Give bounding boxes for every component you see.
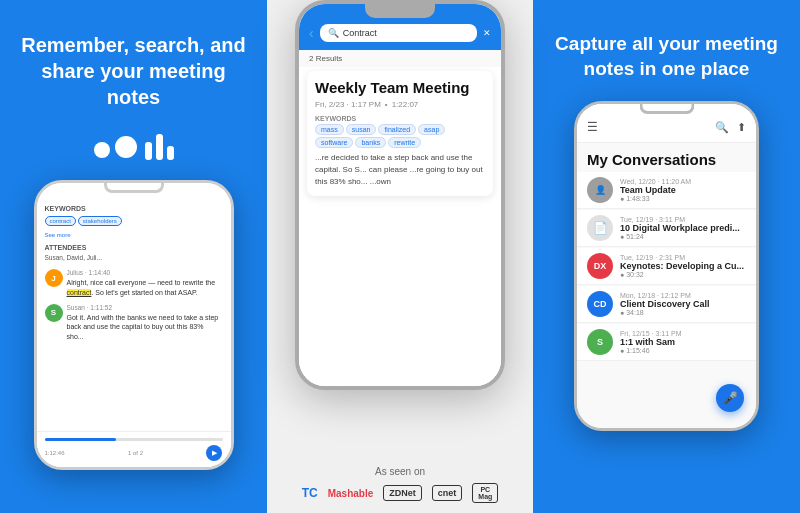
otter-logo [94, 134, 174, 160]
chat-susan: S Susan · 1:11:52 Got it. And with the b… [45, 304, 223, 342]
conv-info-keynotes: Tue, 12/19 · 2:31 PM Keynotes: Developin… [620, 254, 746, 278]
avatar-digital: 📄 [587, 215, 613, 241]
susan-name-time: Susan · 1:11:52 [67, 304, 223, 311]
tag-contract: contract [45, 216, 76, 226]
play-button[interactable]: ▶ [206, 445, 222, 461]
conv-name-3: Keynotes: Developing a Cu... [620, 261, 746, 271]
kw-rewrite: rewrite [388, 137, 421, 148]
kw-software: software [315, 137, 353, 148]
right-phone-mockup: ☰ 🔍 ⬆ My Conversations 👤 Wed, 12/20 · 11… [574, 101, 759, 431]
meeting-meta: Fri, 2/23 · 1:17 PM • 1:22:07 [315, 100, 485, 109]
phone-notch-left [104, 183, 164, 193]
conv-info-digital: Tue, 12/19 · 3:11 PM 10 Digital Workplac… [620, 216, 746, 240]
avatar-keynotes: DX [587, 253, 613, 279]
as-seen-label: As seen on [267, 466, 533, 477]
conversation-client[interactable]: CD Mon, 12/18 · 12:12 PM Client Discover… [577, 286, 756, 323]
avatar-team-update: 👤 [587, 177, 613, 203]
conv-date-4: Mon, 12/18 · 12:12 PM [620, 292, 746, 299]
search-bar[interactable]: 🔍 Contract [320, 24, 477, 42]
playback-time: 1:12:46 [45, 450, 65, 456]
middle-panel: ‹ 🔍 Contract ✕ 2 Results Weekly Team Mee… [267, 0, 533, 513]
susan-text: Got it. And with the banks we need to ta… [67, 313, 223, 342]
as-seen-on-section: As seen on TС Mashable ZDNet cnet PCMag [267, 466, 533, 503]
julius-name-time: Julius · 1:14:40 [67, 269, 223, 276]
left-panel: Remember, search, and share your meeting… [0, 0, 267, 513]
press-logos: TС Mashable ZDNet cnet PCMag [267, 483, 533, 503]
conv-dur-2: ● 51:24 [620, 233, 746, 240]
avatar-susan: S [45, 304, 63, 322]
phone-notch-right [639, 104, 694, 114]
meeting-card[interactable]: Weekly Team Meeting Fri, 2/23 · 1:17 PM … [307, 71, 493, 196]
meeting-keywords-section: KEYWORDS mass susan finalized asap softw… [315, 115, 485, 148]
conv-name-2: 10 Digital Workplace predi... [620, 223, 746, 233]
cnet-logo: cnet [432, 485, 463, 501]
kw-susan: susan [346, 124, 377, 135]
conv-dur-1: ● 1:48:33 [620, 195, 746, 202]
share-icon-right[interactable]: ⬆ [737, 121, 746, 134]
mic-fab-button[interactable]: 🎤 [716, 384, 744, 412]
left-tagline: Remember, search, and share your meeting… [20, 32, 247, 110]
phone-notch-middle [365, 4, 435, 18]
logo-dot-large [115, 136, 137, 158]
back-chevron-icon[interactable]: ‹ [309, 25, 314, 41]
page-indicator: 1 of 2 [128, 450, 143, 456]
attendees-label: ATTENDEES [45, 244, 223, 251]
conv-name-1: Team Update [620, 185, 746, 195]
conv-name-4: Client Discovery Call [620, 299, 746, 309]
logo-dot-small [94, 142, 110, 158]
phone-bottom-controls: 1:12:46 1 of 2 ▶ [37, 431, 231, 467]
techcrunch-logo: TС [302, 486, 318, 500]
conversations-title: My Conversations [577, 143, 756, 172]
logo-bar-2 [156, 134, 163, 160]
kw-label: KEYWORDS [315, 115, 485, 122]
conv-date-3: Tue, 12/19 · 2:31 PM [620, 254, 746, 261]
conv-date-1: Wed, 12/20 · 11:20 AM [620, 178, 746, 185]
right-panel: Capture all your meeting notes in one pl… [533, 0, 800, 513]
tag-stakeholders: stakeholders [78, 216, 122, 226]
conversation-keynotes[interactable]: DX Tue, 12/19 · 2:31 PM Keynotes: Develo… [577, 248, 756, 285]
conv-info-sam: Fri, 12/15 · 3:11 PM 1:1 with Sam ● 1:15… [620, 330, 746, 354]
avatar-sam: S [587, 329, 613, 355]
clear-icon[interactable]: ✕ [483, 28, 491, 38]
kw-finalized: finalized [378, 124, 416, 135]
conv-date-5: Fri, 12/15 · 3:11 PM [620, 330, 746, 337]
right-tagline: Capture all your meeting notes in one pl… [553, 32, 780, 81]
conv-info-client: Mon, 12/18 · 12:12 PM Client Discovery C… [620, 292, 746, 316]
middle-phone-mockup: ‹ 🔍 Contract ✕ 2 Results Weekly Team Mee… [295, 0, 505, 390]
meeting-excerpt: ...re decided to take a step back and us… [315, 152, 485, 188]
kw-asap: asap [418, 124, 445, 135]
meeting-title: Weekly Team Meeting [315, 79, 485, 96]
conversation-team-update[interactable]: 👤 Wed, 12/20 · 11:20 AM Team Update ● 1:… [577, 172, 756, 209]
keyword-tags-left: contract stakeholders [45, 216, 223, 226]
left-phone-mockup: KEYWORDS contract stakeholders See more … [34, 180, 234, 470]
julius-text: Alright, nice call everyone — need to re… [67, 278, 223, 298]
header-icons: 🔍 ⬆ [715, 121, 746, 134]
progress-fill [45, 438, 116, 441]
search-icon: 🔍 [328, 28, 339, 38]
keyword-tags-middle: mass susan finalized asap software banks… [315, 124, 485, 148]
see-more-link[interactable]: See more [45, 232, 223, 238]
conv-date-2: Tue, 12/19 · 3:11 PM [620, 216, 746, 223]
kw-mass: mass [315, 124, 344, 135]
logo-bar-3 [167, 146, 174, 160]
progress-bar[interactable] [45, 438, 223, 441]
mashable-logo: Mashable [328, 488, 374, 499]
conv-dur-4: ● 34:18 [620, 309, 746, 316]
pcmag-logo: PCMag [472, 483, 498, 503]
meeting-date: Fri, 2/23 · 1:17 PM [315, 100, 381, 109]
meeting-duration: 1:22:07 [392, 100, 419, 109]
search-query: Contract [343, 28, 377, 38]
avatar-client: CD [587, 291, 613, 317]
keywords-label: KEYWORDS [45, 205, 223, 212]
conversation-digital[interactable]: 📄 Tue, 12/19 · 3:11 PM 10 Digital Workpl… [577, 210, 756, 247]
zdnet-logo: ZDNet [383, 485, 422, 501]
search-icon-right[interactable]: 🔍 [715, 121, 729, 134]
attendees-text: Susan, David, Juli... [45, 254, 223, 261]
conv-info-team-update: Wed, 12/20 · 11:20 AM Team Update ● 1:48… [620, 178, 746, 202]
results-count: 2 Results [299, 50, 501, 67]
logo-bar-1 [145, 142, 152, 160]
conv-name-5: 1:1 with Sam [620, 337, 746, 347]
hamburger-icon[interactable]: ☰ [587, 120, 598, 134]
dot-separator: • [385, 100, 388, 109]
conversation-sam[interactable]: S Fri, 12/15 · 3:11 PM 1:1 with Sam ● 1:… [577, 324, 756, 361]
